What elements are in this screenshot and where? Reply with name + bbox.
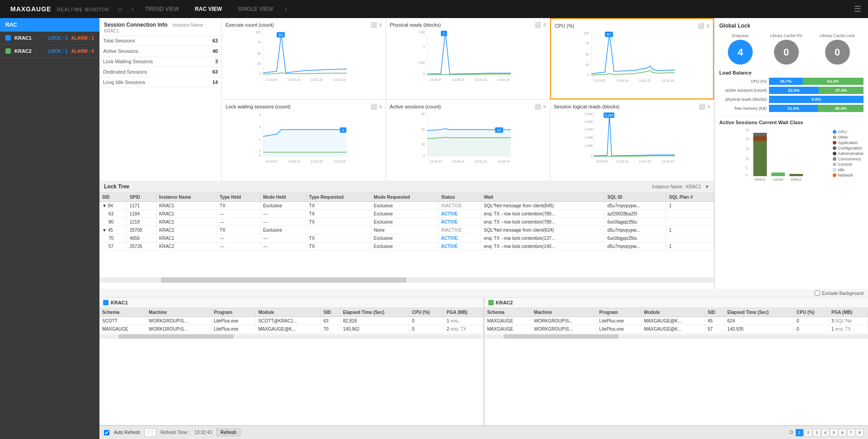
lock-tree-panel: Lock Tree Instance Name : KRAC1 ▼ SID SP… — [99, 181, 714, 289]
lock-tree-scrollbar-thumb[interactable] — [161, 277, 407, 283]
active-sessions-chart: 60 40 20 0 42 13:29:07 13:30:14 — [390, 112, 546, 163]
krac1-data-row-1[interactable]: MAXGAUGE WORKGROUP\S... LitePlus.exe MAX… — [99, 325, 483, 333]
th-sid: SID — [99, 193, 127, 202]
th-spid: SPID — [127, 193, 156, 202]
svg-text:0.50: 0.50 — [419, 61, 425, 64]
svg-text:13:32:19: 13:32:19 — [333, 78, 345, 81]
refresh-down-arrow[interactable]: ▼ — [151, 433, 154, 436]
exclude-bg-checkbox[interactable] — [815, 290, 820, 296]
chart-menu-4[interactable]: ≡ — [379, 103, 382, 110]
lt-sql-63: azf29028ba2f3 — [604, 210, 666, 218]
lb-cpu-bar: 35.7% 64.3% — [769, 78, 863, 85]
refresh-value-box[interactable]: 3 ▲ ▼ — [145, 429, 156, 437]
lt-mh-45: Exclusive — [260, 226, 306, 234]
nav-next-arrow[interactable]: › — [284, 5, 287, 13]
krac1-scrollbar[interactable] — [99, 334, 483, 339]
chart-icon-5[interactable]: ⬜ — [534, 103, 541, 110]
lt-wait-80: enq: TX - row lock contention(789... — [481, 218, 604, 226]
refresh-up-arrow[interactable]: ▲ — [151, 430, 154, 433]
chart-icon-3[interactable]: ⬜ — [698, 23, 704, 29]
page-btn-5[interactable]: 5 — [830, 429, 838, 436]
page-btn-2[interactable]: 2 — [804, 429, 812, 436]
page-btn-6[interactable]: 6 — [839, 429, 846, 436]
svg-text:13:30:14: 13:30:14 — [288, 78, 300, 81]
chart-menu-1[interactable]: ≡ — [379, 22, 382, 28]
krac2-elapsed-1: 140,935 — [724, 325, 793, 333]
svg-text:100: 100 — [255, 31, 261, 34]
th-type-held: Type Held — [217, 193, 260, 202]
page-btn-4[interactable]: 4 — [821, 429, 829, 436]
lt-tr-70: TX — [306, 234, 371, 243]
grid-icon[interactable]: ⊞ — [118, 6, 122, 12]
svg-text:0: 0 — [423, 154, 425, 157]
chart-icon-1[interactable]: ⬜ — [370, 22, 377, 28]
svg-text:3,165: 3,165 — [604, 113, 614, 117]
nav-rac-view[interactable]: RAC VIEW — [190, 6, 226, 12]
lock-tree-header: Lock Tree Instance Name : KRAC1 ▼ — [99, 181, 714, 193]
krac2-data-row-0[interactable]: MAXGAUGE WORKGROUP\S... LitePlus.exe MAX… — [485, 317, 868, 325]
svg-text:4: 4 — [259, 113, 261, 117]
load-balance-section: Load Balance CPU (%) 35.7% 64.3% active … — [719, 70, 863, 112]
lt-row-80[interactable]: 80 1219 KRAC1 --- --- TX Exclusive ACTIV… — [99, 218, 714, 226]
load-balance-title: Load Balance — [719, 70, 863, 75]
active-sessions-count-title: Active sessions (count) — [390, 104, 441, 109]
page-btn-8[interactable]: 8 — [856, 429, 863, 436]
nav-prev-arrow[interactable]: ‹ — [131, 5, 133, 13]
row1: Session Connection Info Instance Name : … — [99, 18, 868, 181]
krac2-scrollbar-thumb[interactable] — [504, 334, 619, 339]
lt-row-57[interactable]: 57 25726 KRAC2 --- --- TX Exclusive ACTI… — [99, 243, 714, 251]
chart-icon-6[interactable]: ⬜ — [698, 103, 705, 110]
chart-icon-4[interactable]: ⬜ — [370, 103, 377, 110]
sidebar-item-krac1[interactable]: KRAC1 LOCK : 3 ALARM : 1 — [0, 32, 99, 45]
aswc-svg: 25 20 15 10 5 0 — [719, 127, 830, 181]
krac1-elapsed-0: 82,818 — [340, 317, 409, 325]
page-btn-1[interactable]: 1 — [796, 429, 803, 436]
th-instance: Instance Name — [156, 193, 217, 202]
svg-text:1,000: 1,000 — [585, 144, 593, 147]
lock-tree-scrollbar[interactable] — [99, 277, 714, 283]
legend-idle: Idle — [833, 168, 863, 172]
krac2-sid-0: 45 — [705, 317, 725, 325]
page-btn-7[interactable]: 7 — [847, 429, 855, 436]
krac1-scrollbar-thumb[interactable] — [118, 334, 234, 339]
auto-refresh-checkbox[interactable] — [104, 430, 109, 435]
lt-row-45[interactable]: ▼ 45 25700 KRAC2 TX Exclusive None INACT… — [99, 226, 714, 234]
lt-tr-84: TX — [306, 202, 371, 210]
chart-menu-5[interactable]: ≡ — [543, 103, 546, 110]
chart-icon-2[interactable]: ⬜ — [534, 22, 541, 28]
lt-row-63[interactable]: 63 1184 KRAC1 --- --- TX Exclusive ACTIV… — [99, 210, 714, 218]
krac1-th-machine: Machine — [146, 308, 211, 317]
lt-row-84[interactable]: ▼ 84 1171 KRAC1 TX Exclusive TX Exclusiv… — [99, 202, 714, 210]
krac2-scrollbar[interactable] — [485, 334, 868, 339]
krac2-alarm-badge: ALARM : 0 — [71, 49, 94, 54]
lock-tree-table: SID SPID Instance Name Type Held Mode He… — [99, 193, 714, 251]
chart-menu-2[interactable]: ≡ — [543, 22, 546, 28]
refresh-button[interactable]: Refresh — [217, 429, 241, 436]
lb-memory-label: free memory (KB) — [719, 106, 767, 111]
nav-trend-view[interactable]: TREND VIEW — [141, 6, 184, 12]
chart-lock-waiting: Lock waiting sessions (count) ⬜≡ 4 3 2 1… — [222, 100, 386, 181]
nav-single-view[interactable]: SINGLE VIEW — [233, 6, 278, 12]
chart-menu-6[interactable]: ≡ — [707, 103, 710, 110]
svg-text:15: 15 — [745, 147, 749, 150]
hamburger-icon[interactable]: ☰ — [854, 4, 861, 14]
krac2-data-row-1[interactable]: MAXGAUGE WORKGROUP\S... LitePlus.exe MAX… — [485, 325, 868, 333]
chart-active-sessions-count: Active sessions (count) ⬜≡ 60 40 20 0 — [386, 100, 550, 181]
lt-th-57: --- — [217, 243, 260, 251]
exclude-bg-label[interactable]: Exclude Background — [815, 290, 863, 296]
physical-reads-title: Physical reads (blocks) — [390, 22, 441, 28]
refresh-stepper[interactable]: ▲ ▼ — [151, 430, 154, 436]
krac1-color-indicator — [5, 35, 11, 41]
lock-waiting-chart-title: Lock waiting sessions (count) — [226, 104, 291, 109]
krac1-data-row-0[interactable]: SCOTT WORKGROUP\S... LitePlus.exe SCOTT@… — [99, 317, 483, 325]
session-row-total: Total Sessions 63 — [99, 36, 222, 46]
chart-menu-3[interactable]: ≡ — [706, 23, 709, 29]
svg-text:13:30:14: 13:30:14 — [452, 78, 464, 81]
svg-text:13:32:19: 13:32:19 — [497, 160, 509, 163]
sidebar-item-krac2[interactable]: KRAC2 LOCK : 1 ALARM : 0 — [0, 45, 99, 58]
lock-tree-dropdown-arrow[interactable]: ▼ — [705, 184, 709, 189]
page-btn-3[interactable]: 3 — [813, 429, 821, 436]
lt-row-70[interactable]: 70 4656 KRAC1 --- --- TX Exclusive ACTIV… — [99, 234, 714, 243]
svg-text:13:29:07: 13:29:07 — [429, 160, 442, 163]
lt-wait-45: SQL*Net message from client(624) — [481, 226, 604, 234]
